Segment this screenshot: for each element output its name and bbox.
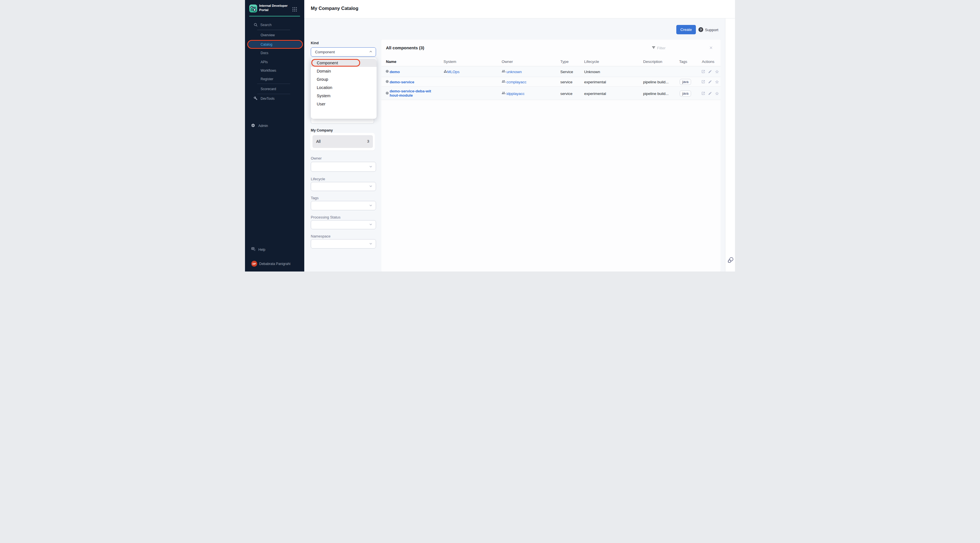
processing-status-filter-label: Processing Status xyxy=(311,215,340,219)
column-header-lifecycle[interactable]: Lifecycle xyxy=(584,60,599,64)
my-company-label: My Company xyxy=(311,129,333,132)
type-cell: service xyxy=(560,91,573,95)
type-select-partial[interactable] xyxy=(311,119,374,124)
tag-badge[interactable]: java xyxy=(680,90,691,96)
search-icon xyxy=(253,23,258,28)
kind-option-domain[interactable]: Domain xyxy=(311,67,377,75)
app-logo-icon[interactable] xyxy=(249,5,257,13)
kind-option-component[interactable]: Component xyxy=(311,59,377,67)
processing-status-select[interactable] xyxy=(311,220,376,229)
group-icon xyxy=(502,91,506,96)
table-filter xyxy=(651,43,715,52)
open-in-new-icon[interactable] xyxy=(701,91,705,95)
column-header-owner[interactable]: Owner xyxy=(502,60,513,64)
user-menu[interactable]: DP Debabrata Panigrahi xyxy=(245,260,304,268)
star-icon[interactable] xyxy=(715,91,719,95)
system-link[interactable]: MLOps xyxy=(447,70,460,74)
kind-option-location[interactable]: Location xyxy=(311,83,377,92)
owner-filter-label: Owner xyxy=(311,156,321,160)
user-name: Debabrata Panigrahi xyxy=(259,262,290,266)
annotation-catalog-highlight xyxy=(247,40,303,49)
lifecycle-cell: Unknown xyxy=(584,70,600,74)
tag-badge[interactable]: java xyxy=(680,79,691,85)
table-header-row: Name System Owner Type Lifecycle Descrip… xyxy=(382,57,721,66)
chevron-down-icon xyxy=(369,203,372,208)
table-row[interactable]: demo-service ccmplayacc service experime… xyxy=(382,77,721,87)
row-actions xyxy=(701,80,719,84)
sidebar-item-help[interactable]: ? Help xyxy=(245,246,304,253)
column-header-actions[interactable]: Actions xyxy=(702,60,714,64)
kind-select[interactable]: Component xyxy=(311,47,376,57)
system-category-icon xyxy=(444,69,447,74)
open-in-new-icon[interactable] xyxy=(701,70,705,73)
lifecycle-select[interactable] xyxy=(311,182,376,191)
tags-select[interactable] xyxy=(311,201,376,210)
table-row[interactable]: demo-service-deba-wit hout-module idppla… xyxy=(382,87,721,100)
namespace-select[interactable] xyxy=(311,239,376,249)
filter-list-icon xyxy=(652,46,655,51)
type-cell: service xyxy=(560,80,573,84)
sidebar-item-register[interactable]: Register xyxy=(245,76,304,83)
wrench-icon xyxy=(253,96,258,101)
star-icon[interactable] xyxy=(715,80,719,84)
table-filter-input[interactable] xyxy=(657,44,702,51)
owner-link[interactable]: idpplayacc xyxy=(506,91,525,95)
sidebar-item-scorecard[interactable]: Scorecard xyxy=(245,86,304,92)
chevron-down-icon xyxy=(369,164,372,170)
entity-link[interactable]: demo-service-deba-wit hout-module xyxy=(390,89,431,98)
table-row[interactable]: demo MLOps unknown Service Unknown xyxy=(382,66,721,77)
edit-icon[interactable] xyxy=(708,70,712,73)
sidebar-item-workflows[interactable]: Workflows xyxy=(245,67,304,74)
owner-link[interactable]: ccmplayacc xyxy=(506,80,527,84)
edit-icon[interactable] xyxy=(708,91,712,95)
admin-label: Admin xyxy=(258,124,268,128)
sidebar-search[interactable]: Search xyxy=(245,22,304,30)
sidebar-item-docs[interactable]: Docs xyxy=(245,49,304,56)
owner-select[interactable] xyxy=(311,162,376,172)
entity-link[interactable]: demo-service xyxy=(390,80,414,84)
sidebar-item-admin[interactable]: Admin xyxy=(245,122,304,130)
page-title: My Company Catalog xyxy=(311,6,358,11)
gear-icon xyxy=(251,123,255,129)
edit-icon[interactable] xyxy=(708,80,712,84)
page-header: My Company Catalog xyxy=(304,0,735,18)
kind-option-system[interactable]: System xyxy=(311,92,377,100)
sidebar-item-catalog-label[interactable]: Catalog xyxy=(261,43,272,46)
entity-link[interactable]: demo xyxy=(390,70,400,74)
lifecycle-cell: experimental xyxy=(584,91,606,95)
kind-option-user[interactable]: User xyxy=(311,100,377,108)
description-cell: pipeline build... xyxy=(643,80,669,84)
star-icon[interactable] xyxy=(715,70,719,74)
type-cell: Service xyxy=(560,70,573,74)
my-company-all-option[interactable]: All 3 xyxy=(312,135,373,148)
lifecycle-filter-label: Lifecycle xyxy=(311,177,325,181)
owner-link[interactable]: unknown xyxy=(506,70,522,74)
devtools-label: DevTools xyxy=(261,97,275,101)
chat-bubbles-icon[interactable] xyxy=(727,256,734,265)
sidebar-divider xyxy=(257,84,290,84)
sidebar-item-apis[interactable]: APIs xyxy=(245,59,304,65)
kind-filter-label: Kind xyxy=(311,41,319,45)
component-chip-icon xyxy=(385,69,389,74)
help-label: Help xyxy=(258,248,266,252)
namespace-filter-label: Namespace xyxy=(311,234,330,238)
content-area: Create ? Support Kind Component Componen… xyxy=(304,18,725,272)
column-header-description[interactable]: Description xyxy=(643,60,662,64)
column-header-tags[interactable]: Tags xyxy=(679,60,687,64)
column-header-system[interactable]: System xyxy=(444,60,456,64)
clear-filter-icon[interactable] xyxy=(709,46,713,51)
column-header-type[interactable]: Type xyxy=(560,60,568,64)
chevron-up-icon xyxy=(369,49,372,55)
description-cell: pipeline build... xyxy=(643,91,669,95)
row-actions xyxy=(701,91,719,95)
annotation-component-highlight xyxy=(311,59,360,67)
sidebar-item-overview[interactable]: Overview xyxy=(245,32,304,38)
open-in-new-icon[interactable] xyxy=(701,80,705,84)
sidebar-item-devtools[interactable]: DevTools xyxy=(245,95,304,102)
chevron-down-icon xyxy=(369,241,372,246)
row-actions xyxy=(701,70,719,74)
column-header-name[interactable]: Name xyxy=(386,60,396,64)
apps-grid-icon[interactable] xyxy=(292,7,297,13)
create-button[interactable]: Create xyxy=(676,25,696,34)
kind-option-group[interactable]: Group xyxy=(311,75,377,83)
